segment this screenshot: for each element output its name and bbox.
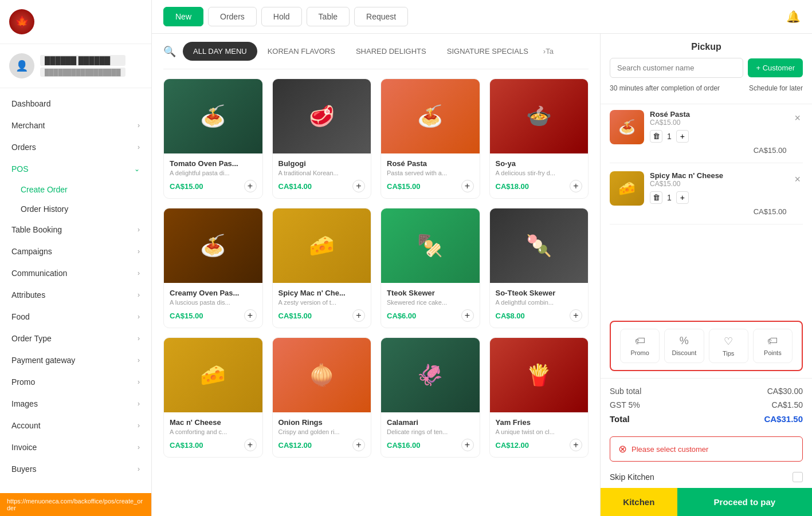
- food-image: 🍡: [490, 208, 589, 283]
- chevron-right-icon: ›: [138, 269, 140, 277]
- item-total: CA$15.00: [650, 146, 786, 155]
- sidebar-item-buyers[interactable]: Buyers ›: [0, 458, 151, 480]
- tab-orders[interactable]: Orders: [208, 7, 257, 26]
- food-info: Onion Rings Crispy and golden ri... CA$1…: [273, 412, 371, 457]
- discount-button[interactable]: %Discount: [664, 329, 704, 363]
- add-to-cart-button[interactable]: +: [570, 439, 582, 451]
- sidebar-item-communication[interactable]: Communication ›: [0, 262, 151, 284]
- add-customer-button[interactable]: + Customer: [748, 58, 803, 77]
- sidebar-item-promo[interactable]: Promo ›: [0, 371, 151, 393]
- sidebar-item-dashboard[interactable]: Dashboard: [0, 93, 151, 115]
- food-footer: CA$15.00 +: [278, 309, 366, 322]
- search-icon[interactable]: 🔍: [163, 45, 176, 58]
- category-korean[interactable]: KOREAN FLAVORS: [257, 42, 346, 61]
- food-card-6[interactable]: 🧀 Spicy Mac n' Che... A zesty version of…: [272, 208, 372, 328]
- category-more-icon[interactable]: ›Ta: [539, 47, 558, 56]
- sidebar-item-food[interactable]: Food ›: [0, 306, 151, 328]
- category-shared[interactable]: SHARED DELIGHTS: [346, 42, 437, 61]
- promo-icon: 🏷: [635, 335, 645, 347]
- food-card-4[interactable]: 🍲 So-ya A delicious stir-fry d... CA$18.…: [489, 78, 589, 199]
- add-to-cart-button[interactable]: +: [461, 439, 474, 451]
- add-to-cart-button[interactable]: +: [352, 309, 365, 322]
- add-to-cart-button[interactable]: +: [352, 439, 365, 451]
- food-card-10[interactable]: 🧅 Onion Rings Crispy and golden ri... CA…: [272, 337, 372, 458]
- add-to-cart-button[interactable]: +: [570, 180, 582, 192]
- proceed-to-pay-button[interactable]: Proceed to pay: [677, 488, 812, 516]
- food-card-8[interactable]: 🍡 So-Tteok Skewer A delightful combin...…: [489, 208, 589, 328]
- chevron-right-icon: ›: [138, 378, 140, 386]
- avatar: 👤: [9, 53, 34, 78]
- food-card-2[interactable]: 🥩 Bulgogi A traditional Korean... CA$14.…: [272, 78, 372, 199]
- sidebar-item-pos[interactable]: POS ⌄: [0, 158, 151, 180]
- sidebar-item-account[interactable]: Account ›: [0, 415, 151, 436]
- add-to-cart-button[interactable]: +: [244, 309, 257, 322]
- food-desc: A unique twist on cl...: [496, 428, 583, 435]
- category-signature[interactable]: SIGNATURE SPECIALS: [437, 42, 539, 61]
- increase-qty-button[interactable]: +: [676, 191, 689, 204]
- food-footer: CA$16.00 +: [387, 439, 474, 451]
- sidebar-item-label: Food: [11, 312, 30, 321]
- food-info: Spicy Mac n' Che... A zesty version of t…: [273, 283, 371, 328]
- sidebar-item-invoice[interactable]: Invoice ›: [0, 436, 151, 458]
- food-image: 🍟: [490, 338, 589, 412]
- sidebar-item-orders[interactable]: Orders ›: [0, 136, 151, 158]
- sidebar-item-label: Dashboard: [11, 99, 51, 108]
- sidebar-item-images[interactable]: Images ›: [0, 393, 151, 415]
- add-to-cart-button[interactable]: +: [461, 309, 474, 322]
- sidebar-logo-area: 🍁: [0, 0, 151, 44]
- food-desc: A delightful combin...: [496, 299, 583, 306]
- category-all-day[interactable]: ALL DAY MENU: [183, 42, 257, 61]
- app-logo: 🍁: [9, 9, 34, 34]
- tab-request[interactable]: Request: [354, 7, 408, 26]
- tab-new[interactable]: New: [163, 7, 203, 26]
- increase-qty-button[interactable]: +: [676, 130, 689, 143]
- food-card-9[interactable]: 🧀 Mac n' Cheese A comforting and c... CA…: [163, 337, 263, 458]
- kitchen-button[interactable]: Kitchen: [601, 488, 677, 516]
- sidebar-item-payment-gateway[interactable]: Payment gateway ›: [0, 349, 151, 371]
- food-name: Mac n' Cheese: [170, 418, 257, 427]
- chevron-right-icon: ›: [138, 226, 140, 234]
- food-card-5[interactable]: 🍝 Creamy Oven Pas... A luscious pasta di…: [163, 208, 263, 328]
- skip-kitchen-row: Skip Kitchen: [601, 466, 812, 488]
- add-to-cart-button[interactable]: +: [352, 180, 365, 192]
- customer-section: + Customer: [610, 58, 803, 78]
- points-button[interactable]: 🏷Points: [753, 329, 793, 363]
- sidebar-item-table-booking[interactable]: Table Booking ›: [0, 219, 151, 241]
- close-item-button[interactable]: ×: [792, 171, 803, 216]
- food-card-11[interactable]: 🦑 Calamari Delicate rings of ten... CA$1…: [380, 337, 480, 458]
- sidebar-item-attributes[interactable]: Attributes ›: [0, 284, 151, 306]
- add-to-cart-button[interactable]: +: [461, 180, 474, 192]
- schedule-later[interactable]: Schedule for later: [749, 84, 803, 92]
- order-item-price: CA$15.00: [650, 119, 786, 127]
- tips-button[interactable]: ♡Tips: [709, 329, 748, 363]
- food-price: CA$12.00: [496, 441, 529, 450]
- sidebar-navigation: Dashboard Merchant › Orders › POS ⌄ Crea…: [0, 88, 151, 493]
- add-to-cart-button[interactable]: +: [244, 439, 257, 451]
- chevron-right-icon: ›: [138, 121, 140, 129]
- order-item-1: 🍝 Rosé Pasta CA$15.00 🗑 1 + CA$15.00 ×: [610, 110, 803, 163]
- food-card-1[interactable]: 🍝 Tomato Oven Pas... A delightful pasta …: [163, 78, 263, 199]
- notification-bell-icon[interactable]: 🔔: [786, 10, 801, 23]
- add-to-cart-button[interactable]: +: [244, 180, 257, 192]
- food-card-12[interactable]: 🍟 Yam Fries A unique twist on cl... CA$1…: [489, 337, 589, 458]
- skip-kitchen-checkbox[interactable]: [793, 472, 803, 482]
- close-item-button[interactable]: ×: [792, 110, 803, 155]
- delete-item-button[interactable]: 🗑: [650, 130, 662, 143]
- delete-item-button[interactable]: 🗑: [650, 191, 662, 204]
- sidebar-item-campaigns[interactable]: Campaigns ›: [0, 241, 151, 262]
- food-card-3[interactable]: 🍝 Rosé Pasta Pasta served with a... CA$1…: [380, 78, 480, 199]
- food-card-7[interactable]: 🍢 Tteok Skewer Skewered rice cake... CA$…: [380, 208, 480, 328]
- subtotal-label: Sub total: [610, 387, 641, 396]
- sidebar-item-merchant[interactable]: Merchant ›: [0, 115, 151, 136]
- food-desc: A zesty version of t...: [278, 299, 366, 306]
- tab-table[interactable]: Table: [307, 7, 350, 26]
- sidebar-item-create-order[interactable]: Create Order: [0, 180, 151, 199]
- search-input[interactable]: [610, 58, 743, 78]
- promo-button[interactable]: 🏷Promo: [620, 329, 660, 363]
- order-item-image: 🧀: [610, 171, 644, 206]
- tab-hold[interactable]: Hold: [261, 7, 302, 26]
- add-to-cart-button[interactable]: +: [570, 309, 582, 322]
- sidebar-item-order-history[interactable]: Order History: [0, 199, 151, 219]
- promo-discount-row: 🏷Promo%Discount♡Tips🏷Points: [610, 321, 803, 371]
- sidebar-item-order-type[interactable]: Order Type ›: [0, 328, 151, 349]
